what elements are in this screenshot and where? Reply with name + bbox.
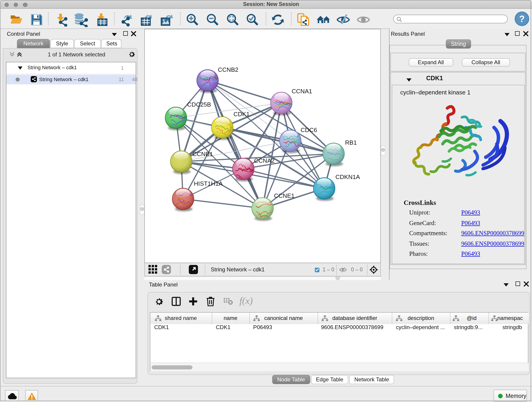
svg-text:HIST1H1A: HIST1H1A (194, 180, 223, 187)
svg-text:CCNB2: CCNB2 (218, 66, 238, 73)
svg-text:CDK1: CDK1 (234, 111, 249, 118)
svg-text:CDKN1A: CDKN1A (336, 173, 360, 180)
svg-text:RB1: RB1 (345, 139, 357, 146)
svg-text:CCNA2: CCNA2 (254, 157, 274, 164)
svg-text:CDC25B: CDC25B (187, 101, 211, 108)
svg-text:CCNA1: CCNA1 (292, 88, 312, 95)
svg-text:CDC6: CDC6 (301, 127, 317, 133)
svg-text:CCNE1: CCNE1 (274, 192, 294, 199)
svg-text:CCNB1: CCNB1 (192, 151, 213, 157)
svg-text:?: ? (519, 14, 525, 24)
